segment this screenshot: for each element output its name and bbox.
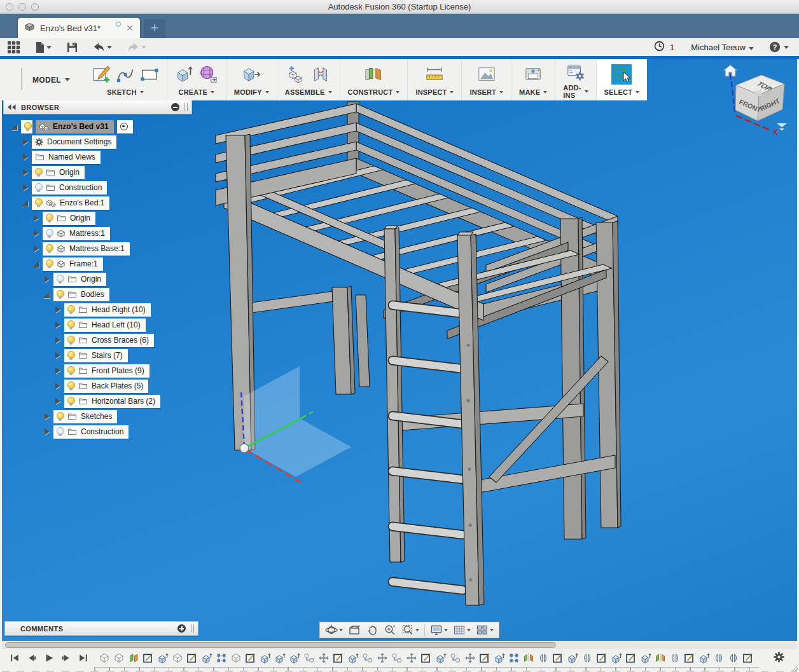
go-to-end-button[interactable] — [78, 652, 90, 664]
collapse-panel-icon[interactable] — [8, 104, 16, 110]
spline-button[interactable] — [116, 65, 135, 84]
tree-item[interactable]: Construction — [53, 425, 129, 439]
timeline-ruler[interactable] — [2, 667, 797, 672]
timeline-extrude-feature[interactable] — [347, 652, 359, 664]
visibility-bulb-icon[interactable] — [35, 168, 42, 177]
timeline-component-feature[interactable] — [113, 652, 125, 664]
tree-item[interactable]: Named Views — [32, 151, 101, 164]
zoom-button[interactable] — [381, 623, 399, 637]
timeline-extrude-feature[interactable] — [494, 652, 505, 664]
timeline-joint2-feature[interactable] — [669, 652, 681, 664]
timeline-sketch-feature[interactable] — [479, 652, 490, 664]
expander-closed-icon[interactable] — [43, 413, 50, 420]
expander-open-icon[interactable] — [32, 261, 39, 268]
expander-closed-icon[interactable] — [32, 245, 39, 252]
visibility-bulb-icon[interactable] — [46, 214, 53, 223]
view-cube-faces[interactable]: TOP FRONT RIGHT — [735, 75, 784, 121]
timeline-pattern-feature[interactable] — [508, 652, 520, 664]
expander-closed-icon[interactable] — [54, 322, 61, 329]
view-cube[interactable]: TOP FRONT RIGHT X — [709, 61, 792, 137]
timeline-component-feature[interactable] — [230, 652, 242, 664]
tree-item[interactable]: Horizontal Bars (2) — [64, 395, 160, 408]
timeline-plane-feature[interactable] — [128, 652, 139, 664]
app-grid-button[interactable] — [6, 40, 21, 55]
timeline-pattern-feature[interactable] — [216, 652, 227, 664]
expander-closed-icon[interactable] — [22, 154, 29, 161]
visibility-bulb-icon[interactable] — [57, 412, 64, 422]
timeline-sketch-feature[interactable] — [142, 652, 154, 664]
expander-closed-icon[interactable] — [22, 184, 29, 191]
select-button[interactable] — [611, 64, 632, 85]
job-status-clock-icon[interactable] — [654, 41, 665, 54]
timeline-joint-feature[interactable] — [391, 652, 403, 664]
visibility-bulb-icon[interactable] — [46, 244, 53, 254]
timeline-joint2-feature[interactable] — [728, 652, 739, 664]
timeline-sketch-feature[interactable] — [333, 652, 344, 664]
tree-item[interactable]: Sketches — [53, 410, 117, 423]
timeline-sketch-feature[interactable] — [684, 652, 695, 664]
timeline-joint2-feature[interactable] — [538, 652, 549, 664]
visibility-bulb-icon[interactable] — [46, 229, 53, 238]
save-button[interactable] — [66, 41, 79, 54]
help-menu[interactable]: ? — [769, 41, 789, 53]
look-at-button[interactable] — [345, 623, 363, 637]
panel-grip-icon[interactable] — [184, 103, 188, 111]
press-pull-button[interactable] — [242, 65, 261, 84]
undo-button[interactable] — [92, 41, 113, 53]
timeline-extrude-feature[interactable] — [640, 652, 651, 664]
timeline-sketch-feature[interactable] — [552, 652, 564, 664]
joint-button[interactable] — [311, 65, 330, 84]
timeline-move-feature[interactable] — [406, 652, 417, 664]
timeline-extrude-feature[interactable] — [201, 652, 212, 664]
timeline-extrude-feature[interactable] — [157, 652, 169, 664]
expander-closed-icon[interactable] — [32, 215, 39, 222]
select-menu[interactable]: SELECT — [604, 88, 640, 96]
expander-closed-icon[interactable] — [43, 276, 50, 283]
timeline-joint2-feature[interactable] — [713, 652, 725, 664]
timeline-settings-button[interactable] — [774, 652, 784, 664]
expander-closed-icon[interactable] — [32, 230, 39, 237]
go-to-start-button[interactable] — [10, 652, 21, 664]
play-button[interactable] — [44, 652, 55, 664]
new-component-button[interactable] — [287, 65, 306, 84]
timeline-move-feature[interactable] — [377, 652, 388, 664]
tree-item[interactable]: Mattress:1 — [43, 227, 110, 240]
expander-open-icon[interactable] — [22, 200, 29, 207]
construct-plane-button[interactable] — [364, 65, 383, 84]
visibility-bulb-icon[interactable] — [67, 366, 74, 376]
expander-closed-icon[interactable] — [22, 139, 29, 146]
tree-item[interactable]: Head Left (10) — [64, 319, 146, 332]
tree-item[interactable]: Head Right (10) — [64, 303, 151, 317]
insert-menu[interactable]: INSERT — [469, 88, 503, 96]
construct-menu[interactable]: CONSTRUCT — [348, 88, 400, 96]
tree-item[interactable]: Bodies — [53, 288, 109, 301]
tree-item[interactable]: Front Plates (9) — [64, 364, 149, 378]
tree-item[interactable]: Frame:1 — [43, 257, 103, 271]
create-sketch-button[interactable] — [92, 65, 111, 84]
timeline-joint-feature[interactable] — [303, 652, 315, 664]
insert-image-button[interactable] — [477, 65, 496, 84]
modify-menu[interactable]: MODIFY — [234, 88, 269, 96]
visibility-bulb-icon[interactable] — [46, 259, 53, 269]
timeline-extrude-feature[interactable] — [611, 652, 622, 664]
document-tab[interactable]: Enzo's Bed v31* ✕ — [18, 18, 140, 38]
visibility-bulb-icon[interactable] — [57, 275, 64, 284]
visibility-bulb-icon[interactable] — [57, 427, 64, 437]
tree-item[interactable]: Document Settings — [32, 135, 116, 149]
timeline-sketch-feature[interactable] — [186, 652, 198, 664]
expander-open-icon[interactable] — [43, 291, 50, 298]
tree-item[interactable]: Construction — [32, 181, 107, 195]
user-menu[interactable]: Michael Teeuw — [691, 43, 754, 52]
timeline-extrude-feature[interactable] — [289, 652, 300, 664]
timeline-component-feature[interactable] — [99, 652, 110, 664]
tree-item[interactable]: Mattress Base:1 — [43, 242, 130, 256]
expander-closed-icon[interactable] — [54, 367, 61, 374]
activate-component-radio[interactable] — [120, 123, 128, 130]
zoom-window-button[interactable] — [399, 623, 422, 637]
tree-item[interactable]: Origin — [53, 273, 106, 286]
timeline-sketch-feature[interactable] — [245, 652, 256, 664]
extrude-button[interactable] — [175, 65, 194, 84]
expander-closed-icon[interactable] — [22, 169, 29, 176]
timeline-extrude-feature[interactable] — [567, 652, 578, 664]
view-cube-menu-icon[interactable] — [777, 123, 787, 131]
